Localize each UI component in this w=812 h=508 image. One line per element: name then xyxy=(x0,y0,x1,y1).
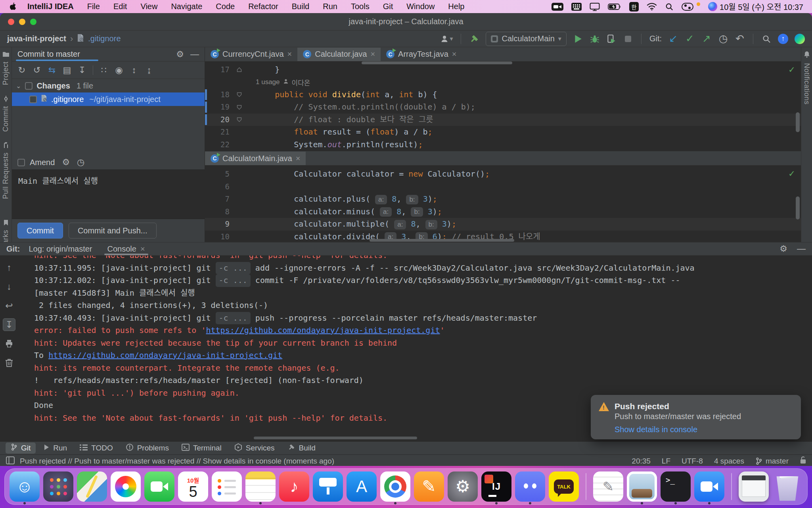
toolwindow-button-problems[interactable]: Problems xyxy=(121,443,174,454)
menu-item-code[interactable]: Code xyxy=(216,2,235,11)
siri-icon[interactable] xyxy=(708,2,717,11)
tab-currencycnt-java[interactable]: CCurrencyCnt.java× xyxy=(205,48,297,61)
git-tab-log-origin-master[interactable]: Log: origin/master xyxy=(22,242,98,255)
commit-options-gear-icon[interactable]: ⚙ xyxy=(62,157,70,167)
changes-group-row[interactable]: ⌄ Changes 1 file xyxy=(12,79,205,92)
close-icon[interactable]: × xyxy=(287,50,292,59)
toolwindow-button-run[interactable]: Run xyxy=(38,443,72,454)
file-encoding[interactable]: UTF-8 xyxy=(682,457,703,466)
menu-item-refactor[interactable]: Refactor xyxy=(248,2,278,11)
code-line-8[interactable]: 8 calculator.minus( a: 8, b: 3); xyxy=(205,206,801,218)
dock-icon-reminders[interactable] xyxy=(212,471,242,502)
print-icon[interactable] xyxy=(3,337,15,350)
dock-icon-kakaotalk[interactable]: TALK xyxy=(549,471,579,502)
tab-arraytest-java[interactable]: CArrayTest.java× xyxy=(381,48,462,61)
dock-icon-discord[interactable] xyxy=(515,471,545,502)
dock-icon-maps[interactable] xyxy=(77,471,107,502)
scroll-down-icon[interactable]: ↓ xyxy=(3,280,15,293)
code-line-7[interactable]: 7 calculator.plus( a: 8, b: 3); xyxy=(205,193,801,206)
run-button-icon[interactable] xyxy=(573,33,583,45)
menu-item-window[interactable]: Window xyxy=(406,2,435,11)
caret-position[interactable]: 20:35 xyxy=(632,457,651,466)
display-icon[interactable] xyxy=(590,2,600,11)
dock-icon-notes[interactable] xyxy=(245,471,276,502)
code-line-20[interactable]: 20 // float : double 보다 작은 그릇 xyxy=(205,114,801,126)
window-title-bar[interactable]: java-init-project – Calculator.java xyxy=(0,13,812,31)
group-by-icon[interactable]: ∷ xyxy=(97,64,111,76)
close-icon[interactable]: × xyxy=(140,244,145,254)
code-line-22[interactable]: 22 System.out.println(result); xyxy=(205,139,801,151)
commit-check-icon[interactable]: ✓ xyxy=(685,33,695,45)
dock-icon-finder[interactable]: ☺ xyxy=(10,471,40,502)
toolwindow-button-build[interactable]: Build xyxy=(282,443,321,454)
dock-icon-calendar[interactable]: 10월5 xyxy=(178,471,208,502)
gear-icon[interactable]: ⚙ xyxy=(779,244,787,254)
dock-icon-music[interactable]: ♪ xyxy=(279,471,309,502)
dock-icon-settings[interactable]: ⚙ xyxy=(448,471,478,502)
editor-calculatormain[interactable]: 5 Calculator calculator = new Calculator… xyxy=(205,165,801,242)
notification-link[interactable]: Show details in console xyxy=(615,425,697,434)
fold-marker-icon[interactable] xyxy=(232,67,246,73)
status-message[interactable]: Push rejected // Push to master/master w… xyxy=(20,457,334,466)
dock-icon-pages[interactable]: ✎ xyxy=(414,471,444,502)
upload-icon[interactable]: ↑ xyxy=(778,33,788,45)
inspections-ok-icon[interactable]: ✓ xyxy=(789,168,795,179)
dock-icon-camapp[interactable] xyxy=(694,471,724,502)
git-tab-console[interactable]: Console× xyxy=(101,242,151,255)
amend-label[interactable]: Amend xyxy=(30,158,55,167)
close-icon[interactable]: × xyxy=(296,154,301,163)
code-line-6[interactable]: 6 xyxy=(205,181,801,193)
close-icon[interactable]: × xyxy=(452,50,457,59)
zoom-window-button[interactable] xyxy=(30,19,36,25)
dock-icon-textedit[interactable]: ✎ xyxy=(593,471,623,502)
dock-icon-keynote[interactable] xyxy=(313,471,343,502)
dock-icon-terminal[interactable]: >_ xyxy=(661,471,691,502)
build-hammer-icon[interactable] xyxy=(469,33,479,45)
menu-item-edit[interactable]: Edit xyxy=(113,2,127,11)
close-icon[interactable]: × xyxy=(370,50,375,59)
indent-setting[interactable]: 4 spaces xyxy=(714,457,744,466)
dock-icon-chrome[interactable] xyxy=(380,471,410,502)
idea-gradient-icon[interactable] xyxy=(795,33,805,45)
debug-icon[interactable] xyxy=(590,33,600,45)
dock-icon-facetime[interactable] xyxy=(144,471,174,502)
hide-panel-icon[interactable]: — xyxy=(797,244,806,254)
dock-icon-appstore[interactable]: A xyxy=(347,471,377,502)
search-everywhere-icon[interactable] xyxy=(761,33,772,45)
console-link[interactable]: https://github.com/ondayary/java-init-pr… xyxy=(48,350,282,360)
editor-horizontal-scrollbar[interactable] xyxy=(362,62,512,64)
collapse-all-icon[interactable]: ↨ xyxy=(142,64,156,76)
gear-icon[interactable]: ⚙ xyxy=(176,49,184,60)
dock-icon-photos[interactable] xyxy=(111,471,141,502)
chevron-down-icon[interactable]: ⌄ xyxy=(16,82,21,90)
code-line-9[interactable]: 9 calculator.multiple( a: 8, b: 3); xyxy=(205,218,801,231)
menu-item-file[interactable]: File xyxy=(87,2,100,11)
dock-icon-launchpad[interactable] xyxy=(43,471,73,502)
refresh-icon[interactable]: ↻ xyxy=(15,64,29,76)
notification-popup[interactable]: Push rejected Push to master/master was … xyxy=(591,395,801,439)
commit-and-push-button[interactable]: Commit and Push... xyxy=(69,223,157,239)
sidebar-item-notifications[interactable]: Notifications xyxy=(802,63,811,105)
menu-item-tools[interactable]: Tools xyxy=(351,2,370,11)
close-window-button[interactable] xyxy=(8,19,14,25)
active-app-name[interactable]: IntelliJ IDEA xyxy=(27,2,74,11)
menu-item-view[interactable]: View xyxy=(140,2,157,11)
menu-item-git[interactable]: Git xyxy=(383,2,393,11)
code-line-21[interactable]: 21 float result = (float) a / b; xyxy=(205,126,801,139)
hide-panel-icon[interactable]: — xyxy=(190,49,199,60)
sidebar-item-pull-requests[interactable]: Pull Requests xyxy=(2,142,10,199)
commit-panel-title[interactable]: Commit to master xyxy=(17,50,80,59)
coverage-icon[interactable] xyxy=(606,33,617,45)
show-diff-icon[interactable]: ⇆ xyxy=(45,64,59,76)
code-line-18[interactable]: 18 public void divide(int a, int b) { xyxy=(205,89,801,101)
usage-inlay-hint[interactable]: 1 usage이다온 xyxy=(205,76,801,89)
menu-item-run[interactable]: Run xyxy=(323,2,337,11)
editor-horizontal-scrollbar[interactable] xyxy=(370,239,514,242)
toolwindow-button-todo[interactable]: TODO xyxy=(75,443,118,454)
push-icon[interactable]: ↗ xyxy=(701,33,712,45)
user-icon[interactable]: ▾ xyxy=(440,33,453,45)
expand-all-icon[interactable]: ↕ xyxy=(127,64,141,76)
tab-calculator-java[interactable]: CCalculator.java× xyxy=(297,48,381,61)
editor-vertical-scrollbar[interactable] xyxy=(796,196,800,219)
menu-item-build[interactable]: Build xyxy=(292,2,309,11)
